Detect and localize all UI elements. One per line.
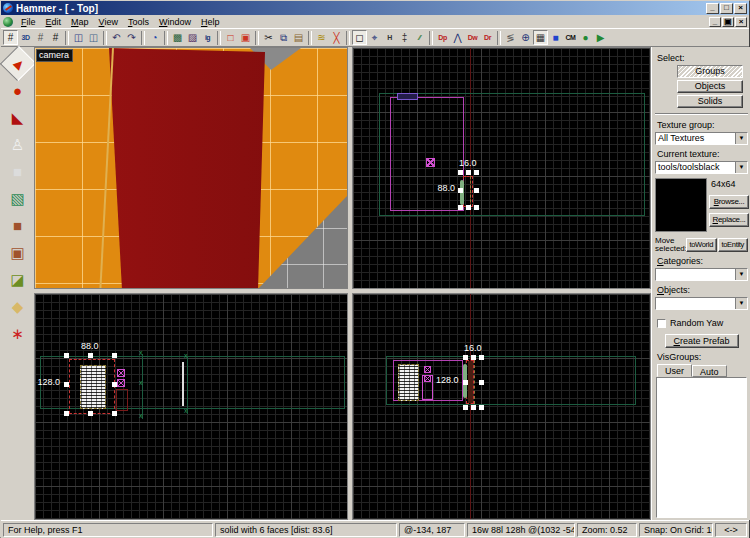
chevron-down-icon[interactable]: ▼ [735,162,747,173]
menu-help[interactable]: Help [196,17,225,27]
select-touch-icon[interactable]: ⌖ [367,30,382,45]
apply-texture-tool[interactable]: ■ [5,213,31,238]
clip-tool[interactable]: ◪ [5,267,31,292]
models-toggle-icon[interactable]: ■ [548,30,563,45]
paste-icon[interactable]: ▤ [291,30,306,45]
handle[interactable] [64,353,69,358]
hide-selected-icon[interactable]: □ [223,30,238,45]
viewport-3d-camera[interactable]: camera [34,47,348,289]
visgroups-list[interactable] [656,377,747,518]
hide-unselected-icon[interactable]: ▣ [238,30,253,45]
handle[interactable] [64,382,69,387]
block-tool[interactable]: ■ [5,159,31,184]
entity-marker[interactable] [424,366,431,373]
chevron-down-icon[interactable]: ▼ [735,269,747,280]
ungroup-icon[interactable]: ▨ [185,30,200,45]
handle[interactable] [471,355,476,360]
handle[interactable] [474,170,479,175]
dr-icon[interactable]: Dr [480,30,495,45]
texture-application-tool[interactable]: ▧ [5,186,31,211]
handle[interactable] [479,380,484,385]
handle[interactable] [458,188,463,193]
entity-marker[interactable] [117,379,125,387]
handle[interactable] [463,355,468,360]
current-texture-select[interactable]: tools/toolsblack ▼ [655,161,748,174]
carve-icon[interactable]: ◔ [147,30,162,45]
handle[interactable] [474,188,479,193]
child-restore-button[interactable]: ▣ [722,17,734,27]
to-world-button[interactable]: toWorld [686,238,717,252]
toggle-connections-icon[interactable]: ‡ [397,30,412,45]
map-document-icon[interactable] [3,17,13,27]
random-yaw-checkbox[interactable] [657,319,666,328]
to-entity-button[interactable]: toEntity [718,238,749,252]
groups-button[interactable]: Groups [677,65,743,78]
handle[interactable] [88,411,93,416]
group-icon[interactable]: ▩ [170,30,185,45]
child-close-button[interactable]: × [735,17,747,27]
viewport-2d-top[interactable]: 16.0 88.0 [352,47,651,289]
selection-tool[interactable]: ► [0,45,36,81]
run-map-icon[interactable]: ▶ [593,30,608,45]
chevron-down-icon[interactable]: ▼ [735,298,747,309]
chevron-down-icon[interactable]: ▼ [735,133,747,144]
selected-brush-outline[interactable] [463,176,473,207]
handle[interactable] [479,405,484,410]
handle[interactable] [112,382,117,387]
cm-icon[interactable]: CM [563,30,578,45]
dp-icon[interactable]: Dp [435,30,450,45]
handle[interactable] [88,353,93,358]
handle[interactable] [64,411,69,416]
handle[interactable] [112,353,117,358]
select-box-icon[interactable]: ◻ [352,30,367,45]
objects-select[interactable]: ▼ [655,297,748,310]
handle[interactable] [479,355,484,360]
carve-axe-icon[interactable]: ⋀ [450,30,465,45]
wireframe-toggle-icon[interactable]: ≶ [503,30,518,45]
browse-button[interactable]: Browse... [709,195,749,209]
handle[interactable] [466,205,471,210]
toggle-3d-grid-icon[interactable]: 3D [18,30,33,45]
larger-grid-icon[interactable]: # [48,30,63,45]
autosize-views-icon[interactable]: ▦ [533,30,548,45]
handle[interactable] [112,411,117,416]
menu-tools[interactable]: Tools [123,17,154,27]
entity-marker[interactable] [426,158,435,167]
decal-tool[interactable]: ▣ [5,240,31,265]
horizontal-splitter[interactable] [34,289,651,293]
dw-icon[interactable]: Dw [465,30,480,45]
menu-window[interactable]: Window [154,17,196,27]
menu-file[interactable]: File [16,17,41,27]
cut-icon[interactable]: ✂ [261,30,276,45]
viewport-2d-side[interactable]: 16.0 128.0 [352,293,651,520]
camera-tool[interactable]: ◣ [5,105,31,130]
menu-view[interactable]: View [94,17,123,27]
crosshair-toggle-icon[interactable]: ⊕ [518,30,533,45]
handle[interactable] [458,170,463,175]
solids-button[interactable]: Solids [677,95,743,108]
entity-tool[interactable]: ♙ [5,132,31,157]
minimize-button[interactable]: _ [706,3,719,14]
menu-map[interactable]: Map [66,17,94,27]
texture-group-select[interactable]: All Textures ▼ [655,132,748,145]
close-button[interactable]: × [734,3,747,14]
vertex-tool[interactable]: ◆ [5,294,31,319]
replace-button[interactable]: Replace... [709,213,749,227]
handle[interactable] [466,170,471,175]
maximize-button[interactable]: □ [720,3,733,14]
handle[interactable] [471,405,476,410]
handle[interactable] [458,205,463,210]
vertical-splitter[interactable] [348,47,352,520]
ignore-groups-icon[interactable]: ig [200,30,215,45]
load-window-state-icon[interactable]: ◫ [71,30,86,45]
handle[interactable] [474,205,479,210]
undo-icon[interactable]: ↶ [109,30,124,45]
texture-lock-icon[interactable]: ≋ [314,30,329,45]
magnify-tool[interactable]: ● [5,78,31,103]
redo-icon[interactable]: ↷ [124,30,139,45]
child-minimize-button[interactable]: _ [709,17,721,27]
objects-button[interactable]: Objects [677,80,743,93]
toggle-handles-icon[interactable]: H [382,30,397,45]
categories-select[interactable]: ▼ [655,268,748,281]
compile-icon[interactable]: ● [578,30,593,45]
